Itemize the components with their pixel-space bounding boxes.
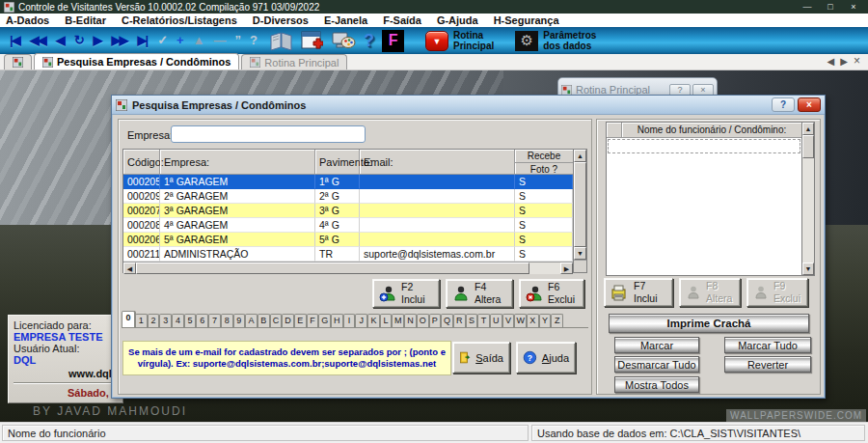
table-row[interactable]: 000209 2ª GARAGEM 2ª G S [123,189,573,204]
next-page-icon[interactable]: ▶▶ [112,28,127,53]
tab-scroll-left-icon[interactable]: ◀ [827,56,835,67]
dialog-titlebar[interactable]: Pesquisa Empresas / Condôminos ? × [112,96,825,115]
alpha-tab-E[interactable]: E [294,314,307,327]
alpha-tab-J[interactable]: J [355,314,367,327]
reverter-button[interactable]: Reverter [724,356,811,373]
f4-altera-button[interactable]: F4 Altera [446,279,513,308]
funcionarios-vertical-scrollbar[interactable]: ▲ ▼ [801,123,814,275]
scroll-thumb[interactable] [574,162,586,247]
alpha-tab-X[interactable]: X [527,314,539,327]
f6-exclui-button[interactable]: F6 Exclui [519,279,584,308]
header-empresa[interactable]: Empresa: [160,150,315,175]
header-recebe-foto[interactable]: Recebe Foto ? [515,150,573,175]
scroll-up-icon[interactable]: ▲ [574,150,586,162]
alpha-tab-5[interactable]: 5 [184,314,197,327]
alpha-tab-I[interactable]: I [343,314,356,327]
table-row[interactable]: 000208 4ª GARAGEM 4ª G S [123,218,573,233]
alpha-tab-Z[interactable]: Z [551,314,563,327]
dialog-close-icon[interactable]: × [798,97,821,112]
header-pavimento[interactable]: Pavimento: [315,150,360,175]
alpha-tab-8[interactable]: 8 [221,314,233,327]
alpha-tab-Q[interactable]: Q [441,314,453,327]
funcionarios-list[interactable]: Nome do funcionário / Condômino: ▲ ▼ [606,122,815,276]
alpha-tab-H[interactable]: H [331,314,343,327]
scroll-thumb[interactable] [802,135,814,158]
menu-janela[interactable]: E-Janela [324,14,367,26]
menu-relatorios[interactable]: C-Relatórios/Listagens [122,14,237,26]
alpha-tab-V[interactable]: V [502,314,515,327]
insert-record-icon[interactable]: + [176,28,182,53]
table-vertical-scrollbar[interactable]: ▲ ▼ [573,150,586,272]
imprime-cracha-button[interactable]: Imprime Crachá [609,314,809,333]
scroll-left-icon[interactable]: ◀ [123,263,136,274]
calendar-add-icon[interactable] [301,30,323,51]
empresa-search-input[interactable] [171,125,366,143]
marcar-button[interactable]: Marcar [614,337,699,353]
minimize-icon[interactable]: — [797,1,818,14]
table-horizontal-scrollbar[interactable]: ◀ ▶ [123,262,573,274]
mostra-todos-button[interactable]: Mostra Todos [614,376,699,393]
header-codigo[interactable]: Código: [123,150,160,175]
f2-inclui-button[interactable]: F2 Inclui [372,279,440,308]
alpha-tab-4[interactable]: 4 [172,314,184,327]
scroll-down-icon[interactable]: ▼ [574,247,586,260]
saida-button[interactable]: Saída [452,342,510,374]
alpha-tab-T[interactable]: T [477,314,490,327]
tab-close-icon[interactable]: × [854,54,860,68]
alpha-tab-R[interactable]: R [453,314,466,327]
palette-settings-icon[interactable] [331,30,356,51]
table-row[interactable]: 000211 ADMINISTRAÇÃO TR suporte@dqlsiste… [123,247,573,262]
alpha-tab-7[interactable]: 7 [208,314,221,327]
parametros-dados-button[interactable]: ⚙ Parâmetros dos dados [515,30,596,51]
help-3d-icon[interactable]: ? [364,31,374,51]
scroll-up-icon[interactable]: ▲ [802,123,814,135]
alpha-tab-A[interactable]: A [245,314,258,327]
rotina-principal-button[interactable]: ▼ Rotina Principal [425,30,494,51]
alpha-tab-P[interactable]: P [429,314,442,327]
alpha-tab-N[interactable]: N [404,314,417,327]
menu-ajuda[interactable]: G-Ajuda [437,14,478,26]
alpha-tab-F[interactable]: F [307,314,319,327]
alpha-tab-Y[interactable]: Y [539,314,552,327]
next-record-icon[interactable]: ▶ [94,28,101,53]
scroll-thumb[interactable] [136,263,529,274]
last-record-icon[interactable]: ▶| [138,28,148,53]
alpha-tab-O[interactable]: O [417,314,429,327]
tab-hidden-window[interactable] [4,54,32,69]
alpha-tab-B[interactable]: B [258,314,270,327]
alpha-tab-6[interactable]: 6 [196,314,208,327]
f7-inclui-button[interactable]: F7 Inclui [604,278,673,307]
table-row[interactable]: 000207 3ª GARAGEM 3ª G S [123,204,573,218]
menu-editar[interactable]: B-Editar [65,14,106,26]
menu-dados[interactable]: A-Dados [6,14,49,26]
alpha-tab-C[interactable]: C [270,314,283,327]
desmarcar-tudo-button[interactable]: Desmarcar Tudo [614,356,699,373]
app-titlebar[interactable]: Controle de Visitantes Versão 10.0002.02… [0,0,868,14]
prior-record-icon[interactable]: ◀ [56,28,64,53]
alpha-tab-L[interactable]: L [380,314,393,327]
tab-scroll-right-icon[interactable]: ▶ [840,56,848,67]
book-icon[interactable] [269,31,293,51]
header-email[interactable]: Email: [360,150,515,175]
first-record-icon[interactable]: |◀ [10,28,19,53]
alpha-tab-W[interactable]: W [514,314,527,327]
f-logo-icon[interactable]: F [382,30,404,52]
menu-seguranca[interactable]: H-Segurança [494,14,559,26]
alpha-tab-S[interactable]: S [466,314,478,327]
close-icon[interactable]: × [843,1,864,14]
menu-saida[interactable]: F-Saída [383,14,421,26]
alpha-tab-9[interactable]: 9 [233,314,246,327]
table-row[interactable]: 000205 1ª GARAGEM 1ª G S [123,175,573,189]
dialog-help-icon[interactable]: ? [772,97,795,112]
alpha-tab-3[interactable]: 3 [159,314,172,327]
alpha-tab-G[interactable]: G [318,314,331,327]
funcionarios-empty-row[interactable] [608,139,800,153]
alpha-tab-M[interactable]: M [392,314,404,327]
alpha-tab-2[interactable]: 2 [148,314,160,327]
refresh-icon[interactable]: ↻ [74,28,83,53]
alpha-tab-1[interactable]: 1 [135,314,148,327]
scroll-right-icon[interactable]: ▶ [560,263,573,274]
maximize-icon[interactable]: □ [820,1,841,14]
menu-diversos[interactable]: D-Diversos [253,14,309,26]
alpha-tab-U[interactable]: U [490,314,502,327]
